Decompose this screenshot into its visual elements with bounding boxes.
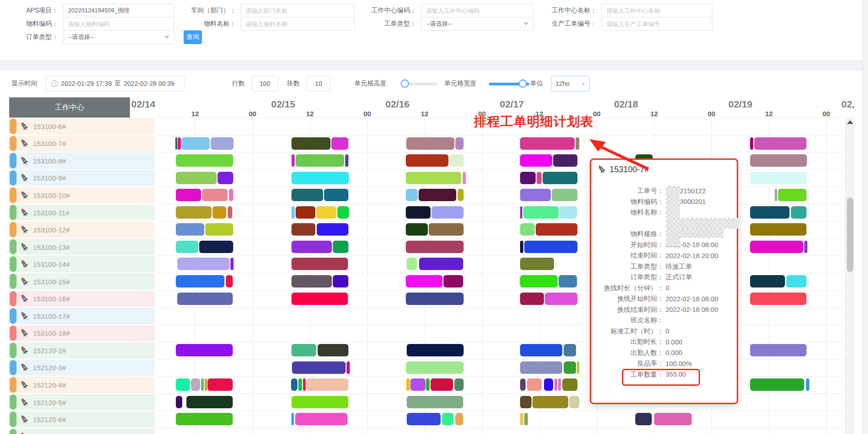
workorder-bar[interactable] [207,378,233,391]
workcenter-row[interactable]: 153100-17# [9,308,155,324]
cell-width-slider-handle[interactable] [519,79,527,88]
workorder-bar[interactable] [778,189,806,201]
workorder-bar[interactable] [754,137,806,150]
workorder-bar[interactable] [431,378,453,391]
workorder-bar[interactable] [419,258,463,270]
workorder-bar[interactable] [406,223,428,236]
workorder-bar[interactable] [520,172,536,184]
blocks-count-input[interactable]: 10 [307,76,330,91]
page-scrollbar[interactable] [862,0,868,434]
workorder-bar[interactable] [291,396,348,408]
workorder-bar[interactable] [750,378,804,391]
material-code-input[interactable] [63,17,174,31]
workorder-bar[interactable] [552,189,577,201]
workorder-bar[interactable] [406,241,464,253]
cell-width-slider[interactable] [489,83,529,85]
workorder-bar[interactable] [176,413,233,425]
workorder-bar[interactable] [333,241,348,253]
workorder-bar[interactable] [559,206,577,219]
workcenter-row[interactable]: 153100-9# [9,170,155,186]
workorder-bar[interactable] [750,241,803,253]
workcenter-row[interactable]: 153100-6# [9,118,155,135]
workorder-bar[interactable] [407,344,464,356]
workorder-bar[interactable] [292,361,346,374]
workorder-bar[interactable] [419,189,456,201]
workorder-bar[interactable] [291,241,332,253]
workorder-bar[interactable] [406,293,464,305]
workorder-bar[interactable] [333,275,348,287]
workorder-bar[interactable] [291,137,330,150]
workorder-bar[interactable] [520,241,523,253]
workorder-bar[interactable] [520,258,554,270]
aps-project-input[interactable] [63,4,174,17]
workorder-bar[interactable] [443,275,463,287]
workorder-bar[interactable] [176,275,224,287]
workorder-bar[interactable] [337,206,349,219]
workorder-bar[interactable] [463,172,466,184]
workorder-bar[interactable] [442,413,454,425]
workorder-bar[interactable] [544,378,553,391]
workorder-bar[interactable] [564,361,576,374]
workcenter-code-input[interactable] [421,4,533,17]
workorder-bar[interactable] [750,206,790,219]
workorder-bar[interactable] [175,137,177,150]
workorder-bar[interactable] [296,206,315,219]
workorder-bar[interactable] [291,413,294,425]
workcenter-row[interactable]: 153100-8# [9,152,155,169]
workorder-bar[interactable] [520,137,575,150]
workorder-bar[interactable] [750,154,807,167]
rows-count-input[interactable]: 100 [252,76,278,91]
workorder-bar[interactable] [562,378,577,391]
workorder-bar[interactable] [176,241,198,253]
workorder-bar[interactable] [786,275,806,287]
workorder-bar[interactable] [407,258,417,270]
workcenter-row[interactable]: 152120-2# [9,342,155,359]
workorder-bar[interactable] [298,378,302,391]
workorder-bar[interactable] [520,293,544,305]
workorder-bar[interactable] [213,206,226,219]
workorder-bar[interactable] [520,396,532,408]
department-input[interactable] [241,4,354,17]
workcenter-row[interactable]: 152120-3# [9,360,155,376]
workorder-bar[interactable] [186,396,233,408]
workorder-bar[interactable] [176,378,190,391]
workorder-bar[interactable] [205,378,207,391]
workorder-bar[interactable] [407,396,463,408]
workorder-bar[interactable] [347,361,350,374]
workorder-bar[interactable] [775,189,777,201]
workcenter-row[interactable]: 152120-5# [9,394,155,411]
workorder-bar[interactable] [176,189,201,201]
workorder-bar[interactable] [577,361,579,374]
workorder-bar[interactable] [543,172,577,184]
workorder-bar[interactable] [431,206,464,219]
workorder-bar[interactable] [520,206,522,219]
workorder-bar[interactable] [458,189,464,201]
workorder-bar[interactable] [229,189,233,201]
unit-select[interactable]: 12ho ∨ [551,76,590,91]
cell-height-slider[interactable] [402,83,437,85]
workorder-bar[interactable] [806,378,809,391]
workorder-bar[interactable] [345,154,348,167]
workorder-bar[interactable] [406,275,442,287]
workorder-bar[interactable] [177,258,230,270]
workorder-bar[interactable] [176,154,233,167]
workorder-bar[interactable] [230,258,234,270]
workorder-type-select[interactable]: --请选择-- [421,17,533,31]
workorder-bar[interactable] [750,223,806,236]
workorder-bar[interactable] [406,361,464,374]
workorder-bar[interactable] [211,137,234,150]
workorder-bar[interactable] [176,396,182,408]
workorder-bar[interactable] [199,241,233,253]
workorder-bar[interactable] [291,189,323,201]
workcenter-row[interactable]: 152120-4# [9,377,155,393]
workorder-bar[interactable] [291,293,348,305]
workorder-bar[interactable] [524,241,577,253]
workorder-bar[interactable] [569,396,579,408]
date-range-picker[interactable]: 2022-01-29 17:39 至 2022-02-28 00:39 [46,76,185,91]
workorder-bar[interactable] [654,413,692,425]
workorder-bar[interactable] [202,189,228,201]
workorder-bar[interactable] [537,172,542,184]
material-name-input[interactable] [241,17,354,31]
workorder-bar[interactable] [559,275,577,287]
workcenter-row[interactable]: 153100-16# [9,291,155,307]
